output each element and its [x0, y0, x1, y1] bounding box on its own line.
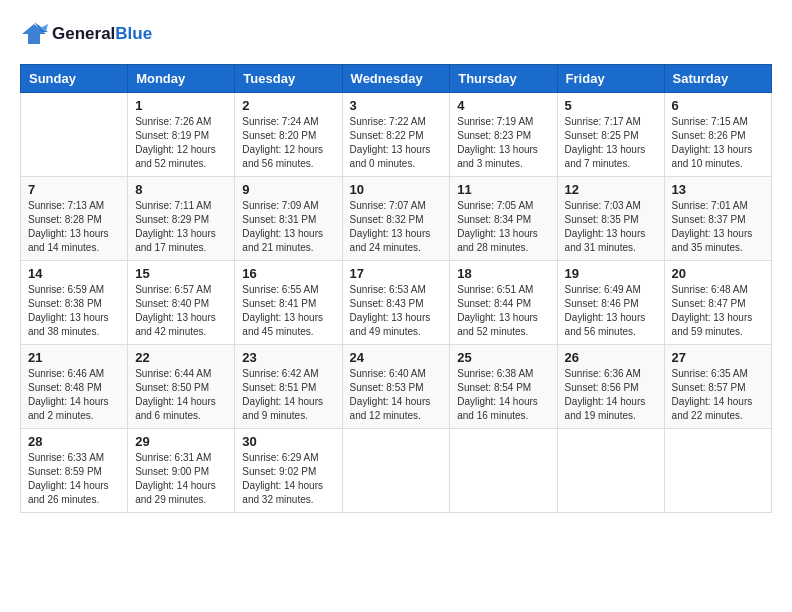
col-header-wednesday: Wednesday: [342, 65, 450, 93]
cell-content: Sunrise: 7:11 AM Sunset: 8:29 PM Dayligh…: [135, 199, 227, 255]
day-number: 27: [672, 350, 764, 365]
logo-text: GeneralBlue: [52, 24, 152, 44]
cell-content: Sunrise: 6:51 AM Sunset: 8:44 PM Dayligh…: [457, 283, 549, 339]
calendar-week-row: 14Sunrise: 6:59 AM Sunset: 8:38 PM Dayli…: [21, 261, 772, 345]
calendar-cell: 16Sunrise: 6:55 AM Sunset: 8:41 PM Dayli…: [235, 261, 342, 345]
calendar-cell: 5Sunrise: 7:17 AM Sunset: 8:25 PM Daylig…: [557, 93, 664, 177]
day-number: 18: [457, 266, 549, 281]
cell-content: Sunrise: 7:26 AM Sunset: 8:19 PM Dayligh…: [135, 115, 227, 171]
cell-content: Sunrise: 7:09 AM Sunset: 8:31 PM Dayligh…: [242, 199, 334, 255]
col-header-tuesday: Tuesday: [235, 65, 342, 93]
day-number: 5: [565, 98, 657, 113]
cell-content: Sunrise: 7:24 AM Sunset: 8:20 PM Dayligh…: [242, 115, 334, 171]
calendar-cell: [21, 93, 128, 177]
calendar-cell: 3Sunrise: 7:22 AM Sunset: 8:22 PM Daylig…: [342, 93, 450, 177]
calendar-table: SundayMondayTuesdayWednesdayThursdayFrid…: [20, 64, 772, 513]
day-number: 22: [135, 350, 227, 365]
cell-content: Sunrise: 6:40 AM Sunset: 8:53 PM Dayligh…: [350, 367, 443, 423]
day-number: 9: [242, 182, 334, 197]
day-number: 25: [457, 350, 549, 365]
day-number: 10: [350, 182, 443, 197]
cell-content: Sunrise: 7:22 AM Sunset: 8:22 PM Dayligh…: [350, 115, 443, 171]
cell-content: Sunrise: 7:03 AM Sunset: 8:35 PM Dayligh…: [565, 199, 657, 255]
cell-content: Sunrise: 6:29 AM Sunset: 9:02 PM Dayligh…: [242, 451, 334, 507]
cell-content: Sunrise: 6:36 AM Sunset: 8:56 PM Dayligh…: [565, 367, 657, 423]
day-number: 16: [242, 266, 334, 281]
col-header-thursday: Thursday: [450, 65, 557, 93]
day-number: 14: [28, 266, 120, 281]
day-number: 1: [135, 98, 227, 113]
calendar-week-row: 21Sunrise: 6:46 AM Sunset: 8:48 PM Dayli…: [21, 345, 772, 429]
cell-content: Sunrise: 6:46 AM Sunset: 8:48 PM Dayligh…: [28, 367, 120, 423]
day-number: 29: [135, 434, 227, 449]
cell-content: Sunrise: 7:01 AM Sunset: 8:37 PM Dayligh…: [672, 199, 764, 255]
calendar-cell: 6Sunrise: 7:15 AM Sunset: 8:26 PM Daylig…: [664, 93, 771, 177]
cell-content: Sunrise: 6:49 AM Sunset: 8:46 PM Dayligh…: [565, 283, 657, 339]
day-number: 7: [28, 182, 120, 197]
calendar-cell: 17Sunrise: 6:53 AM Sunset: 8:43 PM Dayli…: [342, 261, 450, 345]
calendar-cell: [557, 429, 664, 513]
day-number: 24: [350, 350, 443, 365]
calendar-cell: 13Sunrise: 7:01 AM Sunset: 8:37 PM Dayli…: [664, 177, 771, 261]
calendar-cell: 19Sunrise: 6:49 AM Sunset: 8:46 PM Dayli…: [557, 261, 664, 345]
day-number: 21: [28, 350, 120, 365]
calendar-cell: 18Sunrise: 6:51 AM Sunset: 8:44 PM Dayli…: [450, 261, 557, 345]
calendar-cell: 8Sunrise: 7:11 AM Sunset: 8:29 PM Daylig…: [128, 177, 235, 261]
cell-content: Sunrise: 7:13 AM Sunset: 8:28 PM Dayligh…: [28, 199, 120, 255]
calendar-cell: 28Sunrise: 6:33 AM Sunset: 8:59 PM Dayli…: [21, 429, 128, 513]
day-number: 15: [135, 266, 227, 281]
calendar-week-row: 1Sunrise: 7:26 AM Sunset: 8:19 PM Daylig…: [21, 93, 772, 177]
cell-content: Sunrise: 6:57 AM Sunset: 8:40 PM Dayligh…: [135, 283, 227, 339]
day-number: 19: [565, 266, 657, 281]
calendar-cell: 1Sunrise: 7:26 AM Sunset: 8:19 PM Daylig…: [128, 93, 235, 177]
calendar-cell: 14Sunrise: 6:59 AM Sunset: 8:38 PM Dayli…: [21, 261, 128, 345]
calendar-cell: [450, 429, 557, 513]
calendar-cell: 10Sunrise: 7:07 AM Sunset: 8:32 PM Dayli…: [342, 177, 450, 261]
cell-content: Sunrise: 6:44 AM Sunset: 8:50 PM Dayligh…: [135, 367, 227, 423]
cell-content: Sunrise: 7:19 AM Sunset: 8:23 PM Dayligh…: [457, 115, 549, 171]
day-number: 30: [242, 434, 334, 449]
calendar-cell: 23Sunrise: 6:42 AM Sunset: 8:51 PM Dayli…: [235, 345, 342, 429]
calendar-cell: 9Sunrise: 7:09 AM Sunset: 8:31 PM Daylig…: [235, 177, 342, 261]
calendar-week-row: 28Sunrise: 6:33 AM Sunset: 8:59 PM Dayli…: [21, 429, 772, 513]
cell-content: Sunrise: 6:55 AM Sunset: 8:41 PM Dayligh…: [242, 283, 334, 339]
calendar-cell: 11Sunrise: 7:05 AM Sunset: 8:34 PM Dayli…: [450, 177, 557, 261]
cell-content: Sunrise: 7:07 AM Sunset: 8:32 PM Dayligh…: [350, 199, 443, 255]
col-header-friday: Friday: [557, 65, 664, 93]
day-number: 28: [28, 434, 120, 449]
cell-content: Sunrise: 7:15 AM Sunset: 8:26 PM Dayligh…: [672, 115, 764, 171]
calendar-cell: 22Sunrise: 6:44 AM Sunset: 8:50 PM Dayli…: [128, 345, 235, 429]
cell-content: Sunrise: 7:05 AM Sunset: 8:34 PM Dayligh…: [457, 199, 549, 255]
page-header: GeneralBlue: [20, 20, 772, 48]
calendar-cell: 20Sunrise: 6:48 AM Sunset: 8:47 PM Dayli…: [664, 261, 771, 345]
calendar-cell: 4Sunrise: 7:19 AM Sunset: 8:23 PM Daylig…: [450, 93, 557, 177]
col-header-saturday: Saturday: [664, 65, 771, 93]
cell-content: Sunrise: 7:17 AM Sunset: 8:25 PM Dayligh…: [565, 115, 657, 171]
calendar-cell: 29Sunrise: 6:31 AM Sunset: 9:00 PM Dayli…: [128, 429, 235, 513]
cell-content: Sunrise: 6:33 AM Sunset: 8:59 PM Dayligh…: [28, 451, 120, 507]
cell-content: Sunrise: 6:42 AM Sunset: 8:51 PM Dayligh…: [242, 367, 334, 423]
cell-content: Sunrise: 6:53 AM Sunset: 8:43 PM Dayligh…: [350, 283, 443, 339]
cell-content: Sunrise: 6:48 AM Sunset: 8:47 PM Dayligh…: [672, 283, 764, 339]
calendar-cell: 15Sunrise: 6:57 AM Sunset: 8:40 PM Dayli…: [128, 261, 235, 345]
calendar-cell: 26Sunrise: 6:36 AM Sunset: 8:56 PM Dayli…: [557, 345, 664, 429]
calendar-cell: 27Sunrise: 6:35 AM Sunset: 8:57 PM Dayli…: [664, 345, 771, 429]
day-number: 6: [672, 98, 764, 113]
cell-content: Sunrise: 6:31 AM Sunset: 9:00 PM Dayligh…: [135, 451, 227, 507]
day-number: 8: [135, 182, 227, 197]
day-number: 20: [672, 266, 764, 281]
calendar-cell: 7Sunrise: 7:13 AM Sunset: 8:28 PM Daylig…: [21, 177, 128, 261]
calendar-cell: [342, 429, 450, 513]
calendar-cell: 12Sunrise: 7:03 AM Sunset: 8:35 PM Dayli…: [557, 177, 664, 261]
day-number: 13: [672, 182, 764, 197]
cell-content: Sunrise: 6:35 AM Sunset: 8:57 PM Dayligh…: [672, 367, 764, 423]
day-number: 23: [242, 350, 334, 365]
day-number: 12: [565, 182, 657, 197]
day-number: 3: [350, 98, 443, 113]
calendar-cell: 30Sunrise: 6:29 AM Sunset: 9:02 PM Dayli…: [235, 429, 342, 513]
calendar-cell: [664, 429, 771, 513]
calendar-week-row: 7Sunrise: 7:13 AM Sunset: 8:28 PM Daylig…: [21, 177, 772, 261]
calendar-cell: 2Sunrise: 7:24 AM Sunset: 8:20 PM Daylig…: [235, 93, 342, 177]
day-number: 11: [457, 182, 549, 197]
calendar-cell: 25Sunrise: 6:38 AM Sunset: 8:54 PM Dayli…: [450, 345, 557, 429]
